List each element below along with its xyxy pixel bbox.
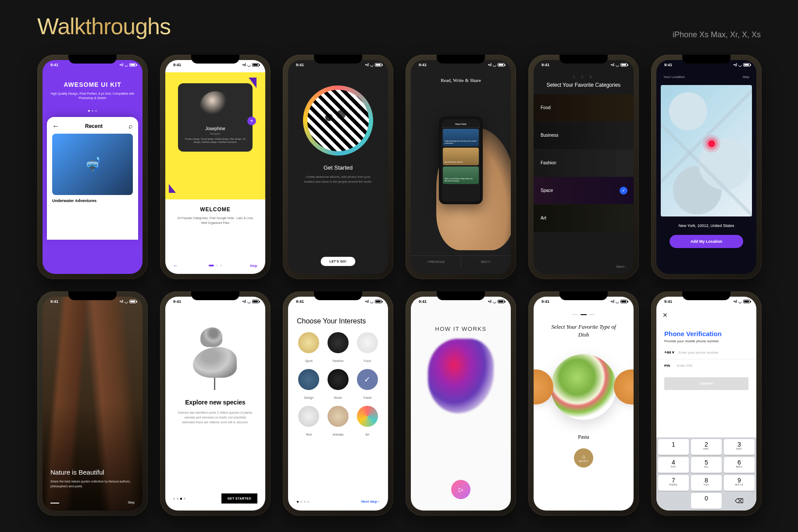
phone-mockup: 9:41 AWESOME UI KITHigh Quality Design, …: [37, 55, 148, 279]
status-time: 9:41: [417, 63, 427, 67]
pasta-image: [551, 354, 616, 420]
phone-mockup: 9:41 Choose Your Interests Sport Fashion…: [283, 291, 393, 516]
interest-travel[interactable]: ✓Travel: [355, 369, 379, 401]
category-fashion[interactable]: Fashion: [534, 149, 634, 177]
close-icon[interactable]: ✕: [663, 312, 668, 319]
dish-carousel[interactable]: [534, 345, 634, 429]
interest-art[interactable]: Art: [355, 406, 379, 437]
page-dots[interactable]: [43, 110, 142, 112]
status-icons: [242, 63, 259, 67]
hand-holding-phone: News Feed Understanding Irma, Harvey and…: [411, 88, 511, 233]
next-step-button[interactable]: Next step ›: [361, 500, 379, 504]
title: Explore new species: [178, 399, 253, 406]
status-icons: [734, 63, 750, 67]
back-icon[interactable]: ←: [52, 122, 59, 130]
keypad-4[interactable]: 4GHI: [658, 457, 689, 473]
search-icon[interactable]: ⌕: [128, 122, 133, 130]
lets-go-button[interactable]: LET'S GO!: [321, 257, 355, 266]
recent-title: Recent: [85, 123, 103, 129]
keypad-2[interactable]: 2ABC: [691, 439, 722, 455]
keypad-5[interactable]: 5JKL: [691, 457, 722, 473]
interest-design[interactable]: Design: [297, 369, 321, 401]
category-food[interactable]: Food: [534, 94, 634, 121]
interest-tech[interactable]: Tech: [297, 406, 321, 437]
welcome-title: WELCOME: [174, 206, 256, 213]
dish-icon: ⌂: [582, 454, 585, 460]
phone-mockup: 9:41 HOW IT WORKS ▷: [406, 291, 516, 516]
keypad-6[interactable]: 6MNO: [724, 457, 755, 473]
skip-button[interactable]: Skip: [742, 75, 749, 79]
status-time: 9:41: [540, 299, 549, 304]
page-dots[interactable]: [173, 498, 185, 500]
get-started-button[interactable]: GET STARTED: [221, 493, 257, 504]
subtitle: Share the best nature quotes collection …: [50, 479, 135, 489]
status-time: 9:41: [417, 299, 427, 304]
device-list: iPhone Xs Max, Xr, X, Xs: [673, 30, 761, 39]
phone-mockup: 9:41 Get StartedCreate awesome albums, a…: [283, 55, 393, 279]
phone-mockup: 9:41 1 2 3 Select Your Favorite Categori…: [528, 55, 639, 279]
page-dots[interactable]: [209, 265, 222, 266]
add-button[interactable]: +: [247, 117, 256, 125]
country-code-select[interactable]: +44 ▾: [664, 350, 674, 355]
status-time: 9:41: [294, 63, 304, 67]
keypad-9[interactable]: 9WXYZ: [724, 475, 755, 491]
keypad-delete[interactable]: ⌫: [724, 493, 755, 509]
phone-input[interactable]: Enter your phone number: [679, 351, 719, 355]
phone-mockup: 9:41 Nature is BeautifulShare the best n…: [37, 291, 148, 516]
title: Select Your Favorite Type of Dish: [534, 320, 634, 345]
skip-button[interactable]: Skip: [128, 500, 135, 504]
pin-input[interactable]: Enter PIN: [677, 364, 692, 368]
title: Read, Write & Share: [411, 78, 511, 83]
subtitle: Science has identified some 2 million sp…: [178, 410, 253, 425]
status-icons: [488, 63, 505, 67]
check-icon: ✓: [620, 187, 627, 195]
keypad-0[interactable]: 0: [691, 493, 722, 509]
next-button[interactable]: NEXT ›: [461, 256, 511, 268]
triangle-decoration: [169, 184, 176, 193]
page-dots[interactable]: [534, 309, 634, 320]
location-text: New York, 10012, United States: [656, 223, 756, 228]
category-business[interactable]: Business: [534, 122, 634, 149]
your-location-label: Your Location: [663, 75, 685, 79]
status-time: 9:41: [49, 299, 58, 304]
hero-sub: High Quality Design, Pixel Perfect, 8 px…: [49, 92, 136, 100]
status-time: 9:41: [171, 299, 181, 304]
status-icons: [365, 299, 382, 304]
play-button[interactable]: ▷: [451, 480, 470, 499]
category-art[interactable]: Art: [534, 205, 634, 232]
status-icons: [488, 299, 505, 304]
page-indicator: 1 2 3: [534, 72, 634, 82]
profile-card: +JosephineDesignerProduct design, Visual…: [178, 83, 253, 152]
title: Choose Your Interests: [288, 309, 388, 332]
add-location-button[interactable]: Add My Location: [670, 235, 743, 248]
select-button[interactable]: ⌂SELECT: [574, 448, 593, 468]
title: Get Started: [300, 164, 376, 171]
prev-button[interactable]: ‹ PREVIOUS: [411, 256, 461, 268]
interest-animals[interactable]: Animals: [326, 406, 350, 437]
page-dots[interactable]: [297, 501, 309, 503]
skip-button[interactable]: Skip: [250, 264, 257, 268]
back-icon[interactable]: ←: [173, 262, 178, 269]
map-view[interactable]: [661, 85, 752, 216]
location-pin-icon: [708, 140, 715, 147]
interest-fashion[interactable]: Fashion: [326, 332, 350, 364]
keypad-1[interactable]: 1: [658, 439, 689, 455]
keypad-3[interactable]: 3DEF: [724, 439, 755, 455]
keypad-7[interactable]: 7PQRS: [658, 475, 689, 491]
diver-image: 🤿: [52, 134, 133, 195]
keypad-8[interactable]: 8TUV: [691, 475, 722, 491]
category-space[interactable]: Space✓: [534, 177, 634, 204]
next-button[interactable]: Next ›: [616, 265, 626, 269]
phone-mockup: 9:41 Read, Write & Share News Feed Under…: [406, 55, 516, 279]
verify-button[interactable]: VERIFY: [664, 377, 748, 390]
interest-food[interactable]: Food: [355, 332, 379, 364]
interest-sport[interactable]: Sport: [297, 332, 321, 364]
status-icons: [120, 299, 136, 304]
interest-music[interactable]: Music: [326, 369, 350, 401]
status-icons: [365, 63, 382, 67]
mockup-grid: 9:41 AWESOME UI KITHigh Quality Design, …: [0, 48, 798, 522]
card-title: Underwater Adventures: [52, 199, 133, 203]
subtitle: Provide your mobile phone number: [656, 339, 756, 350]
phone-mockup: 9:41 Explore new speciesScience has iden…: [160, 291, 271, 516]
keypad-blank: [658, 493, 689, 509]
